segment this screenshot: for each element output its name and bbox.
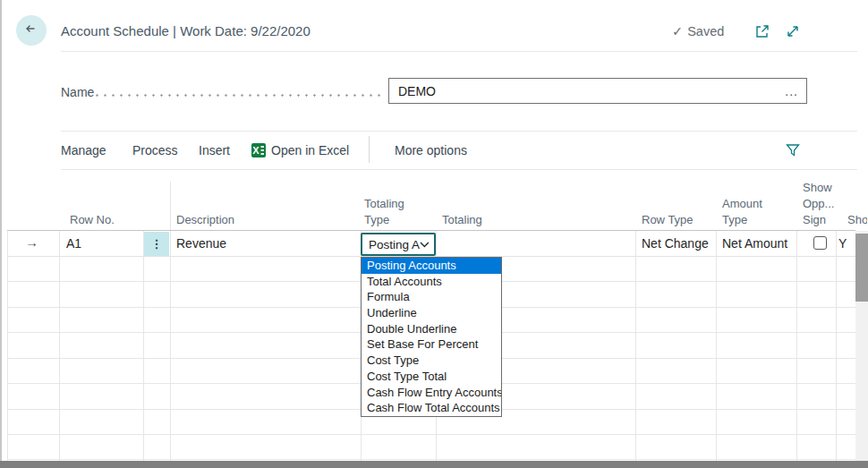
grid-line bbox=[836, 231, 837, 461]
grid-line bbox=[170, 231, 171, 461]
current-row-arrow-icon: → bbox=[25, 234, 38, 250]
grid-line bbox=[716, 231, 717, 461]
account-schedule-page: Account Schedule | Work Date: 9/22/2020 … bbox=[0, 0, 868, 468]
empty-grid-row[interactable] bbox=[7, 435, 855, 460]
dropdown-option-cash-flow-total-accounts[interactable]: Cash Flow Total Accounts bbox=[362, 400, 501, 416]
filter-button[interactable] bbox=[785, 142, 801, 158]
menu-process[interactable]: Process bbox=[132, 143, 178, 157]
show-opposite-sign-checkbox[interactable] bbox=[813, 236, 827, 250]
column-header-row-type[interactable]: Row Type bbox=[642, 212, 694, 228]
menu-manage[interactable]: Manage bbox=[61, 143, 106, 157]
toolbar-top-divider bbox=[61, 131, 857, 132]
totaling-type-select[interactable]: Posting Ac bbox=[361, 233, 436, 256]
column-header-totaling[interactable]: Totaling bbox=[442, 212, 482, 228]
totaling-type-selected-value: Posting Ac bbox=[369, 238, 420, 251]
back-arrow-icon bbox=[23, 21, 39, 40]
header-bottom-border bbox=[7, 230, 855, 231]
page-title: Account Schedule | Work Date: 9/22/2020 bbox=[61, 23, 311, 38]
toolbar-bottom-divider bbox=[61, 169, 857, 170]
popout-icon bbox=[754, 23, 770, 39]
header-divider bbox=[61, 51, 857, 52]
back-button[interactable] bbox=[16, 15, 47, 46]
save-status: ✓ Saved bbox=[672, 24, 724, 38]
menu-open-in-excel[interactable]: Open in Excel bbox=[271, 143, 349, 157]
dropdown-option-cost-type[interactable]: Cost Type bbox=[362, 353, 501, 369]
chevron-down-icon bbox=[420, 242, 430, 248]
window-left-edge bbox=[0, 0, 2, 468]
open-in-new-window-button[interactable] bbox=[754, 23, 770, 43]
column-header-show-truncated[interactable]: Sho bbox=[847, 212, 867, 228]
saved-label: Saved bbox=[687, 24, 724, 38]
column-header-totaling-type[interactable]: Totaling Type bbox=[364, 196, 420, 228]
cell-row-type[interactable]: Net Change bbox=[642, 236, 709, 251]
dropdown-option-total-accounts[interactable]: Total Accounts bbox=[362, 274, 501, 290]
vertical-scrollbar-thumb[interactable] bbox=[855, 234, 868, 302]
cell-description[interactable]: Revenue bbox=[176, 236, 226, 251]
fullscreen-button[interactable] bbox=[785, 23, 801, 43]
dropdown-option-posting-accounts[interactable]: Posting Accounts bbox=[362, 258, 501, 274]
header-column-divider bbox=[170, 182, 171, 230]
dotted-leader bbox=[93, 94, 383, 97]
grid-line bbox=[635, 231, 636, 461]
name-field-label: Name bbox=[61, 85, 94, 99]
check-icon: ✓ bbox=[672, 24, 683, 38]
dropdown-option-formula[interactable]: Formula bbox=[362, 289, 501, 305]
column-header-show-opposite-sign[interactable]: Show Opp... Sign bbox=[803, 180, 844, 228]
dropdown-option-underline[interactable]: Underline bbox=[362, 305, 501, 321]
grid-line bbox=[7, 231, 8, 461]
dropdown-option-cash-flow-entry-accounts[interactable]: Cash Flow Entry Accounts bbox=[362, 385, 501, 401]
expand-diagonal-icon bbox=[785, 23, 801, 39]
cell-amount-type[interactable]: Net Amount bbox=[722, 236, 787, 251]
grid-line bbox=[143, 231, 144, 461]
grid-line bbox=[796, 231, 797, 461]
column-header-row-no[interactable]: Row No. bbox=[70, 212, 115, 228]
name-input-value: DEMO bbox=[398, 84, 785, 98]
cell-show-truncated[interactable]: Y bbox=[838, 236, 855, 251]
dropdown-option-cost-type-total[interactable]: Cost Type Total bbox=[362, 369, 501, 385]
name-lookup-button[interactable]: ... bbox=[785, 84, 798, 98]
svg-text:X: X bbox=[252, 145, 260, 156]
menu-insert[interactable]: Insert bbox=[199, 143, 230, 157]
toolbar-separator bbox=[369, 136, 370, 163]
window-bottom-bar bbox=[0, 461, 868, 468]
column-header-amount-type[interactable]: Amount Type bbox=[722, 196, 778, 228]
vertical-dots-icon: ⋮ bbox=[151, 237, 163, 251]
column-header-description[interactable]: Description bbox=[176, 212, 234, 228]
dropdown-option-double-underline[interactable]: Double Underline bbox=[362, 321, 501, 337]
menu-more-options[interactable]: More options bbox=[395, 143, 467, 157]
row-options-button[interactable]: ⋮ bbox=[144, 232, 169, 256]
dropdown-option-set-base-for-percent[interactable]: Set Base For Percent bbox=[362, 336, 501, 353]
grid-line bbox=[59, 231, 60, 461]
totaling-type-dropdown: Posting Accounts Total Accounts Formula … bbox=[361, 257, 502, 417]
name-input[interactable]: DEMO ... bbox=[388, 78, 807, 104]
excel-icon: X bbox=[251, 143, 266, 157]
filter-icon bbox=[785, 142, 801, 158]
cell-row-no[interactable]: A1 bbox=[66, 236, 81, 251]
